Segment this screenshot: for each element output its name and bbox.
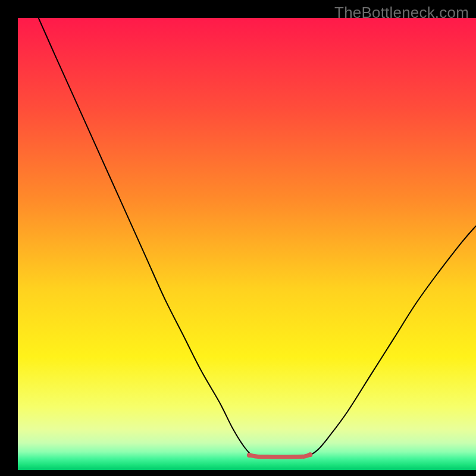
plot-area [18, 18, 476, 470]
chart-container: TheBottleneck.com [0, 0, 476, 476]
marker-dot [308, 452, 312, 457]
marker-dot [247, 453, 252, 458]
chart-lines [18, 18, 476, 470]
watermark-text: TheBottleneck.com [334, 4, 469, 22]
series-curve [39, 18, 476, 458]
series-flat-highlight [249, 455, 310, 457]
